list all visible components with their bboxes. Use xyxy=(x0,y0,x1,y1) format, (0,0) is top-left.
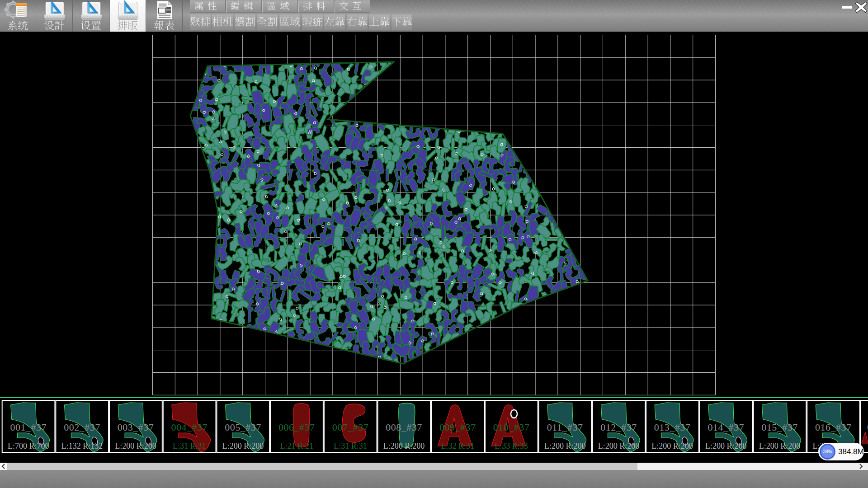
svg-text:012_#37: 012_#37 xyxy=(600,422,637,433)
svg-text:L:200 R:200: L:200 R:200 xyxy=(598,441,640,450)
svg-text:L:31 R:31: L:31 R:31 xyxy=(334,441,367,450)
svg-text:015_#37: 015_#37 xyxy=(761,422,798,433)
svg-text:016_#37: 016_#37 xyxy=(815,422,852,433)
svg-text:L:132 R:132: L:132 R:132 xyxy=(61,441,103,450)
svg-text:007_#37: 007_#37 xyxy=(332,422,369,433)
svg-text:005_#37: 005_#37 xyxy=(225,422,261,433)
svg-text:L:200 R:200: L:200 R:200 xyxy=(544,441,586,450)
svg-text:006_#37: 006_#37 xyxy=(278,422,315,433)
svg-text:L:200 R:200: L:200 R:200 xyxy=(222,441,264,450)
svg-text:L:21 R:21: L:21 R:21 xyxy=(280,441,313,450)
svg-text:L:32 R:31: L:32 R:31 xyxy=(441,441,475,450)
svg-text:003_#37: 003_#37 xyxy=(118,422,154,433)
svg-text:001_#37: 001_#37 xyxy=(10,422,47,433)
svg-text:L:200 R:200: L:200 R:200 xyxy=(705,441,747,450)
svg-text:L:200 R:200: L:200 R:200 xyxy=(115,441,156,450)
svg-text:009_#37: 009_#37 xyxy=(439,422,476,433)
svg-text:014_#37: 014_#37 xyxy=(708,422,745,433)
svg-text:L:200 R:200: L:200 R:200 xyxy=(759,441,801,450)
svg-text:L:200 R:200: L:200 R:200 xyxy=(651,441,693,450)
svg-text:002_#37: 002_#37 xyxy=(64,422,100,433)
svg-text:010_#37: 010_#37 xyxy=(493,422,530,433)
svg-text:L:700 R:700: L:700 R:700 xyxy=(8,441,49,450)
svg-text:013_#37: 013_#37 xyxy=(654,422,691,433)
svg-text:L:200 R:200: L:200 R:200 xyxy=(383,441,425,450)
svg-text:008_#37: 008_#37 xyxy=(386,422,422,433)
svg-text:004_#37: 004_#37 xyxy=(171,422,208,433)
svg-text:L:33 R:33: L:33 R:33 xyxy=(495,441,528,450)
svg-text:011_#37: 011_#37 xyxy=(547,422,583,433)
svg-text:L:31 R:31: L:31 R:31 xyxy=(173,441,206,450)
